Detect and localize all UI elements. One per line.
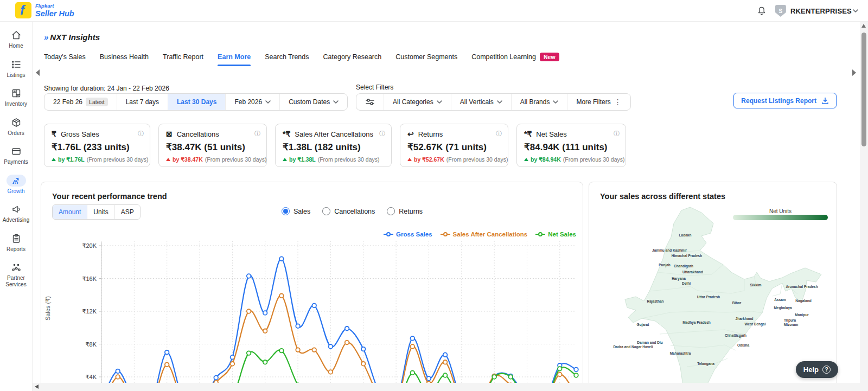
kpi-title: Net Sales bbox=[536, 130, 566, 138]
duration-text: Showing for duration: 24 Jan - 22 Feb 20… bbox=[44, 85, 169, 92]
filter-settings-button[interactable] bbox=[356, 94, 384, 110]
kpi-card-sales-after-cancellations: *₹Sales After Cancellations ⓘ ₹1.38L (18… bbox=[275, 124, 392, 167]
avatar-letter: S bbox=[779, 8, 783, 14]
chevron-down-icon bbox=[437, 100, 442, 104]
vertical-scrollbar[interactable] bbox=[860, 22, 868, 391]
insights-tab-bar: Today's Sales Business Health Traffic Re… bbox=[44, 53, 559, 67]
radio-button bbox=[387, 207, 395, 215]
radio-button bbox=[322, 207, 330, 215]
question-mark-icon: ? bbox=[822, 366, 831, 374]
date-range-bar: 22 Feb 26 Latest Last 7 days Last 30 Day… bbox=[44, 93, 348, 111]
kpi-card-row: ₹Gross Sales ⓘ ₹1.76L (233 units) by ₹1.… bbox=[44, 124, 626, 167]
tab-traffic-report[interactable]: Traffic Report bbox=[163, 53, 203, 66]
sliders-icon bbox=[365, 98, 375, 106]
state-label: Sikkim bbox=[750, 283, 762, 287]
state-label: Delhi bbox=[682, 281, 691, 285]
sidebar-item-payments[interactable]: Payments bbox=[1, 145, 32, 165]
filter-all-verticals[interactable]: All Verticals bbox=[451, 94, 511, 110]
sidebar-item-home[interactable]: Home bbox=[1, 29, 32, 49]
sidebar-item-label: Growth bbox=[7, 188, 24, 195]
kpi-value: ₹84.94K (111 units) bbox=[524, 142, 618, 153]
sidebar-item-label: Reports bbox=[7, 246, 25, 253]
tab-business-health[interactable]: Business Health bbox=[100, 53, 149, 66]
filter-all-categories[interactable]: All Categories bbox=[384, 94, 451, 110]
tabs-scroll-left-arrow[interactable] bbox=[36, 69, 40, 76]
kpi-title: Cancellations bbox=[177, 130, 219, 138]
help-button[interactable]: Help ? bbox=[796, 361, 838, 378]
sidebar-item-orders[interactable]: Orders bbox=[1, 117, 32, 137]
radio-sales[interactable]: Sales bbox=[282, 207, 310, 215]
kpi-card-net-sales: *₹Net Sales ⓘ ₹84.94K (111 units) by ₹84… bbox=[516, 124, 626, 167]
sidebar-item-label: Payments bbox=[4, 159, 28, 165]
toggle-amount[interactable]: Amount bbox=[53, 205, 87, 219]
request-listings-report-button[interactable]: Request Listings Report bbox=[733, 93, 837, 108]
info-icon[interactable]: ⓘ bbox=[379, 130, 385, 138]
date-option-month-dropdown[interactable]: Feb 2026 bbox=[225, 94, 279, 110]
state-label: Himachal Pradesh bbox=[672, 254, 702, 258]
top-header: f Flipkart Seller Hub S RKENTERPRISES bbox=[0, 0, 868, 22]
svg-text:₹8K: ₹8K bbox=[86, 341, 97, 348]
date-option-latest[interactable]: 22 Feb 26 Latest bbox=[44, 94, 117, 110]
account-menu[interactable]: S RKENTERPRISES bbox=[775, 5, 858, 17]
state-label: Punjab bbox=[659, 263, 671, 267]
y-axis-label: Sales (₹) bbox=[44, 296, 52, 321]
tab-customer-segments[interactable]: Customer Segments bbox=[395, 53, 457, 66]
kpi-card-gross-sales: ₹Gross Sales ⓘ ₹1.76L (233 units) by ₹1.… bbox=[44, 124, 150, 167]
tab-competition-learning[interactable]: Competition LearningNew bbox=[471, 53, 559, 67]
kpi-title: Returns bbox=[418, 130, 443, 138]
state-label: Daman and Diu bbox=[637, 341, 662, 344]
sidebar-item-advertising[interactable]: Advertising bbox=[1, 203, 32, 223]
flipkart-seller-hub-logo[interactable]: f Flipkart Seller Hub bbox=[15, 2, 74, 18]
sidebar-item-reports[interactable]: Reports bbox=[1, 233, 32, 253]
state-label: Madhya Pradesh bbox=[682, 321, 711, 324]
state-sales-map-panel: Your sales across different states Net U… bbox=[589, 182, 837, 391]
sidebar-item-label: Listings bbox=[7, 72, 25, 79]
new-badge: New bbox=[540, 53, 559, 61]
tab-todays-sales[interactable]: Today's Sales bbox=[44, 53, 86, 66]
sidebar-item-label: Home bbox=[9, 43, 23, 49]
sidebar-item-label: Orders bbox=[8, 130, 24, 137]
radio-cancellations[interactable]: Cancellations bbox=[322, 207, 375, 215]
svg-text:₹20K: ₹20K bbox=[82, 242, 97, 249]
horizontal-scrollbar[interactable] bbox=[33, 383, 860, 391]
tab-category-research[interactable]: Category Research bbox=[323, 53, 382, 66]
info-icon[interactable]: ⓘ bbox=[496, 130, 502, 138]
sidebar-item-partner-services[interactable]: Partner Services bbox=[1, 261, 32, 287]
state-label: Ladakh bbox=[679, 233, 692, 237]
state-label: Uttar Pradesh bbox=[697, 295, 720, 299]
toggle-units[interactable]: Units bbox=[87, 205, 114, 219]
info-icon[interactable]: ⓘ bbox=[138, 130, 144, 138]
sidebar-item-growth[interactable]: Growth bbox=[1, 175, 32, 195]
trend-radio-group: Sales Cancellations Returns bbox=[282, 207, 423, 215]
date-option-last-30-days[interactable]: Last 30 Days bbox=[168, 94, 225, 110]
list-icon bbox=[10, 59, 22, 70]
trend-line-chart[interactable]: ₹20K₹16K₹12K₹8K₹4K bbox=[56, 236, 580, 391]
kpi-delta: by ₹38.47K(From previous 30 days) bbox=[166, 156, 259, 163]
toggle-asp[interactable]: ASP bbox=[114, 205, 140, 219]
notification-bell-icon[interactable] bbox=[757, 6, 767, 16]
up-triangle-icon bbox=[407, 158, 412, 161]
tab-earn-more[interactable]: Earn More bbox=[218, 53, 251, 66]
account-shield-avatar: S bbox=[775, 5, 786, 17]
chevron-down-icon bbox=[853, 9, 858, 12]
scroll-left-arrow-icon[interactable] bbox=[35, 384, 39, 389]
sidebar-item-listings[interactable]: Listings bbox=[1, 59, 32, 79]
date-option-last-7-days[interactable]: Last 7 days bbox=[117, 94, 168, 110]
scrollbar-thumb[interactable] bbox=[861, 33, 866, 146]
select-filters-label: Select Filters bbox=[356, 84, 393, 91]
info-icon[interactable]: ⓘ bbox=[254, 130, 260, 138]
date-option-custom-dates[interactable]: Custom Dates bbox=[279, 94, 347, 110]
chevron-down-icon bbox=[265, 100, 271, 104]
sidebar-item-label: Inventory bbox=[5, 101, 27, 107]
sidebar-item-inventory[interactable]: Inventory bbox=[1, 87, 32, 107]
tabs-scroll-right-arrow[interactable] bbox=[852, 69, 856, 76]
scroll-up-arrow-icon[interactable] bbox=[861, 24, 866, 28]
radio-returns[interactable]: Returns bbox=[387, 207, 423, 215]
svg-text:₹16K: ₹16K bbox=[82, 275, 97, 282]
metric-toggle: Amount Units ASP bbox=[52, 204, 141, 220]
radio-button bbox=[282, 207, 290, 215]
filter-all-brands[interactable]: All Brands bbox=[511, 94, 567, 110]
info-icon[interactable]: ⓘ bbox=[614, 130, 620, 138]
filter-more-filters[interactable]: More Filters ⋮ bbox=[567, 94, 630, 110]
tab-search-trends[interactable]: Search Trends bbox=[265, 53, 309, 66]
